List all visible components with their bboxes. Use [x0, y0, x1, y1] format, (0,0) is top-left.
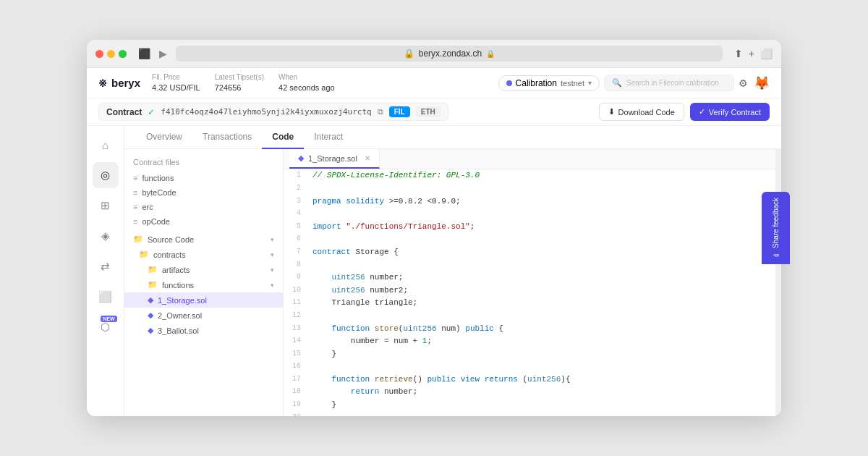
folder-icon: 📁: [133, 235, 143, 244]
menu-icon: ≡: [133, 174, 137, 182]
code-line: 4: [284, 208, 775, 221]
code-line: 18 return number;: [284, 386, 775, 399]
when-value: 42 seconds ago: [278, 83, 335, 93]
ballot-sol-file[interactable]: ◆ 3_Ballot.sol: [124, 323, 283, 338]
wallet-button[interactable]: 🦊: [754, 75, 770, 91]
tab-transactions[interactable]: Transactions: [192, 126, 262, 149]
code-line: 7 contract Storage {: [284, 246, 775, 259]
code-line: 12: [284, 310, 775, 323]
network-name: Calibration: [516, 78, 557, 88]
sidebar-item-contracts[interactable]: ◎: [93, 162, 119, 188]
file-icon: ◆: [148, 295, 153, 305]
close-icon[interactable]: ✕: [365, 154, 370, 162]
line-code: }: [307, 399, 775, 412]
latest-tipset-stat: Latest Tipset(s) 724656: [215, 72, 264, 93]
file-tree-header: Contract files: [124, 155, 283, 171]
code-line: 8: [284, 259, 775, 272]
sidebar-item-transactions[interactable]: ⇄: [93, 253, 119, 279]
forward-button[interactable]: ▶: [156, 46, 170, 61]
line-code: [307, 182, 775, 195]
code-line: 9 uint256 number;: [284, 271, 775, 284]
line-number: 17: [284, 373, 307, 387]
sidebar: ⌂ ◎ ⊞ ◈ ⇄ ⬜ ⬡ NEW: [87, 126, 124, 416]
folder-label: functions: [162, 281, 194, 290]
line-code: [307, 310, 775, 323]
back-button[interactable]: ⬛: [135, 46, 153, 61]
contracts-folder[interactable]: 📁 contracts ▾: [124, 247, 283, 262]
file-label: 3_Ballot.sol: [158, 326, 199, 335]
sidebar-item-nft[interactable]: ◈: [93, 223, 119, 249]
file-icon: ◆: [148, 311, 153, 320]
tab-code[interactable]: Code: [262, 126, 304, 149]
share-feedback-button[interactable]: ✏ Share feedback: [762, 192, 790, 264]
download-code-button[interactable]: ⬇ Download Code: [599, 103, 684, 121]
chevron-down-icon: ▾: [588, 79, 592, 87]
fil-price-value: 4.32 USD/FIL: [152, 83, 200, 93]
settings-button[interactable]: ⚙: [739, 77, 748, 89]
beryx-logo[interactable]: ※ beryx: [98, 77, 140, 89]
maximize-dot[interactable]: [119, 50, 127, 58]
network-selector[interactable]: Calibration testnet ▾: [498, 75, 600, 91]
list-item[interactable]: ≡ byteCode: [124, 185, 283, 200]
tab-interact[interactable]: Interact: [304, 126, 353, 149]
storage-sol-file[interactable]: ◆ 1_Storage.sol: [124, 292, 283, 308]
network-status-dot: [506, 80, 512, 86]
folder-icon: 📁: [139, 250, 149, 259]
editor-tab-storage[interactable]: ◆ 1_Storage.sol ✕: [289, 149, 380, 169]
line-code: }: [307, 348, 775, 361]
line-number: 16: [284, 360, 307, 373]
line-number: 19: [284, 399, 307, 412]
latest-tipset-value: 724656: [215, 83, 264, 93]
list-item[interactable]: ≡ opCode: [124, 214, 283, 229]
address-bar[interactable]: 🔒 beryx.zondax.ch 🔒: [176, 46, 723, 62]
share-button[interactable]: ⬆: [734, 48, 743, 59]
owner-sol-file[interactable]: ◆ 2_Owner.sol: [124, 308, 283, 323]
line-code: return number;: [307, 386, 775, 399]
line-number: 10: [284, 284, 307, 297]
code-line: 10 uint256 number2;: [284, 284, 775, 297]
sidebar-item-new[interactable]: ⬡ NEW: [93, 314, 119, 340]
network-env: testnet: [561, 79, 584, 88]
list-item[interactable]: ≡ erc: [124, 200, 283, 214]
source-code-folder[interactable]: 📁 Source Code ▾: [124, 232, 283, 247]
new-tab-button[interactable]: +: [749, 48, 754, 59]
close-dot[interactable]: [95, 50, 103, 58]
eth-token-badge[interactable]: ETH: [416, 106, 441, 117]
new-badge: NEW: [101, 316, 116, 322]
folder-icon: 📁: [148, 265, 158, 274]
duplicate-button[interactable]: ⬜: [760, 48, 773, 59]
verify-contract-button[interactable]: ✓ Verify Contract: [690, 103, 770, 121]
fil-token-badge[interactable]: FIL: [389, 106, 410, 117]
line-code: number = num + 1;: [307, 335, 775, 348]
sidebar-item-home[interactable]: ⌂: [93, 132, 119, 158]
list-item[interactable]: ≡ functions: [124, 171, 283, 185]
tab-overview[interactable]: Overview: [136, 126, 192, 149]
code-line: 3 pragma solidity >=0.8.2 <0.9.0;: [284, 195, 775, 208]
fil-price-stat: Fil. Price 4.32 USD/FIL: [152, 72, 200, 93]
scrollbar[interactable]: [775, 149, 781, 416]
sidebar-item-tokens[interactable]: ⊞: [93, 193, 119, 219]
code-line: 14 number = num + 1;: [284, 335, 775, 348]
line-number: 14: [284, 335, 307, 348]
download-code-label: Download Code: [618, 108, 675, 117]
artifacts-folder[interactable]: 📁 artifacts ▾: [124, 262, 283, 277]
line-code: function retrieve() public view returns …: [307, 373, 775, 387]
line-code: Triangle triangle;: [307, 297, 775, 310]
chevron-down-icon: ▾: [271, 266, 274, 274]
code-line: 13 function store(uint256 num) public {: [284, 323, 775, 336]
menu-icon: ≡: [133, 203, 137, 211]
split-panel: Contract files ≡ functions ≡ byteCode ≡ …: [124, 149, 781, 416]
copy-address-button[interactable]: ⧉: [378, 107, 383, 117]
main-layout: ⌂ ◎ ⊞ ◈ ⇄ ⬜ ⬡ NEW Overview Transactions …: [87, 126, 781, 416]
sidebar-item-blocks[interactable]: ⬜: [93, 284, 119, 310]
search-bar[interactable]: 🔍 Search in Filecoin calibration: [604, 75, 734, 91]
file-label: 2_Owner.sol: [158, 311, 202, 320]
minimize-dot[interactable]: [107, 50, 115, 58]
chevron-down-icon: ▾: [271, 251, 274, 258]
browser-navigation: ⬛ ▶: [135, 46, 170, 61]
line-number: 2: [284, 182, 307, 195]
browser-chrome: ⬛ ▶ 🔒 beryx.zondax.ch 🔒 ⬆ + ⬜: [87, 40, 781, 68]
header-icons: ⚙ 🦊: [739, 75, 770, 91]
line-code: [307, 259, 775, 272]
functions-folder[interactable]: 📁 functions ▾: [124, 277, 283, 292]
